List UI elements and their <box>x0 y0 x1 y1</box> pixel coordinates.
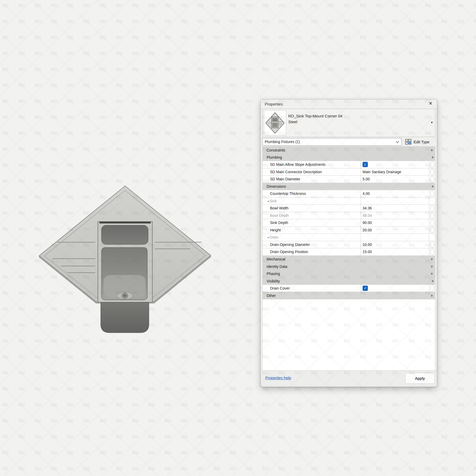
property-value-sink-depth[interactable]: 90.00 <box>361 219 429 226</box>
element-filter-combobox[interactable]: Plumbing Fixtures (1) <box>262 138 402 146</box>
section-label: Identity Data <box>263 264 287 269</box>
property-label: Bowl Width <box>263 206 361 210</box>
property-value-countertop-thickness[interactable]: 4.00 <box>361 190 429 197</box>
property-label: ▸Sink <box>263 199 361 203</box>
expand-section-icon[interactable]: » <box>430 295 434 297</box>
property-row-countertop-thickness: Countertop Thickness4.00 <box>263 190 435 198</box>
section-label: Constraints <box>263 148 285 152</box>
associate-parameter-button[interactable] <box>430 212 434 218</box>
close-icon[interactable]: ✕ <box>428 101 433 107</box>
associate-parameter-button[interactable] <box>430 220 434 226</box>
drain-opening <box>117 292 133 299</box>
section-label: Visibility <box>263 279 280 283</box>
property-label: Drain Cover <box>263 286 361 290</box>
checkbox-drain-cover[interactable]: ✓ <box>363 286 368 291</box>
property-value-sink <box>361 198 429 205</box>
property-label: ▸Drain <box>263 235 361 239</box>
group-marker-icon: ▸ <box>268 236 269 239</box>
section-header-other[interactable]: Other» <box>263 292 435 299</box>
property-label: Countertop Thickness <box>263 191 361 196</box>
property-label: SD Main Connector Description <box>263 170 361 174</box>
property-label: Height <box>263 228 361 232</box>
group-row-sink: ▸Sink <box>263 198 435 205</box>
type-name: RD_Sink Top-Mount Corner 04 Steel <box>288 113 342 125</box>
type-variant-name: Steel <box>288 119 342 125</box>
gutter-cell <box>429 176 435 183</box>
associate-parameter-button[interactable] <box>430 176 434 182</box>
associate-parameter-button[interactable] <box>430 249 434 255</box>
collapse-section-icon[interactable]: » <box>430 280 434 282</box>
section-header-mechanical[interactable]: Mechanical» <box>263 256 435 263</box>
panel-titlebar[interactable]: Properties ✕ <box>261 99 437 109</box>
type-thumbnail <box>264 110 286 135</box>
gutter-cell <box>429 198 435 205</box>
property-row-drain-opening-diameter: Drain Opening Diameter10.00 <box>263 241 435 249</box>
associate-parameter-button[interactable] <box>430 241 434 248</box>
section-header-identity-data[interactable]: Identity Data» <box>263 263 435 270</box>
section-header-phasing[interactable]: Phasing» <box>263 270 435 278</box>
gutter-cell <box>429 190 435 197</box>
type-dropdown-arrow-icon[interactable]: ▾ <box>431 121 433 124</box>
property-row-sd-main-connector-description: SD Main Connector DescriptionMain Sanita… <box>263 168 435 176</box>
property-row-bowl-width: Bowl Width34.36 <box>263 205 435 212</box>
associate-parameter-button[interactable] <box>430 227 434 233</box>
property-row-sink-depth: Sink Depth90.00 <box>263 219 435 227</box>
properties-grid: Constraints»Plumbing»SD Main Allow Slope… <box>262 146 435 370</box>
property-row-drain-cover: Drain Cover✓ <box>263 285 435 292</box>
combobox-chevron-icon <box>396 140 399 144</box>
sink-3d-view[interactable] <box>32 182 217 338</box>
property-row-drain-opening-position: Drain Opening Position15.00 <box>263 248 435 256</box>
expand-section-icon[interactable]: » <box>430 273 434 275</box>
property-value-sd-main-allow-slope-adjustments[interactable]: ✓ <box>361 161 429 168</box>
property-value-drain-cover[interactable]: ✓ <box>361 285 429 292</box>
section-header-constraints[interactable]: Constraints» <box>263 147 435 154</box>
gutter-cell <box>429 248 435 255</box>
property-value-drain <box>361 234 429 241</box>
expand-section-icon[interactable]: » <box>430 149 434 151</box>
type-thumbnail-sink-icon <box>264 111 286 135</box>
gutter-cell <box>429 219 435 226</box>
section-label: Dimensions <box>263 184 286 189</box>
apply-button[interactable]: Apply <box>405 373 435 384</box>
property-label: Drain Opening Position <box>263 250 361 254</box>
properties-panel: Properties ✕ RD_Sink Top-Mount Corner 04 <box>260 99 437 387</box>
property-value-drain-opening-position[interactable]: 15.00 <box>361 248 429 255</box>
group-row-drain: ▸Drain <box>263 234 435 241</box>
property-row-sd-main-allow-slope-adjustments: SD Main Allow Slope Adjustments✓ <box>263 161 435 168</box>
section-label: Other <box>263 294 276 298</box>
panel-title: Properties <box>265 102 283 106</box>
edit-type-label: Edit Type <box>414 140 429 144</box>
property-row-sd-main-diameter: SD Main Diameter5.00 <box>263 176 435 183</box>
section-header-dimensions[interactable]: Dimensions» <box>263 183 435 190</box>
property-value-bowl-width[interactable]: 34.36 <box>361 205 429 212</box>
associate-parameter-button[interactable] <box>430 191 434 197</box>
edit-type-button[interactable]: Edit Type <box>405 139 429 145</box>
gutter-cell <box>429 227 435 234</box>
edit-type-icon <box>405 139 412 145</box>
gutter-cell <box>429 161 435 168</box>
property-row-bowl-depth: Bowl Depth46.04 <box>263 212 435 219</box>
associate-parameter-button[interactable] <box>430 285 434 291</box>
property-value-sd-main-connector-description[interactable]: Main Sanitary Drainage <box>361 168 429 176</box>
checkbox-sd-main-allow-slope-adjustments[interactable]: ✓ <box>363 162 368 167</box>
section-header-plumbing[interactable]: Plumbing» <box>263 154 435 161</box>
associate-parameter-button[interactable] <box>430 205 434 211</box>
section-label: Phasing <box>263 272 280 276</box>
property-value-sd-main-diameter[interactable]: 5.00 <box>361 176 429 183</box>
filter-selected-value: Plumbing Fixtures (1) <box>265 140 300 144</box>
associate-parameter-button[interactable] <box>430 162 434 168</box>
gutter-cell <box>429 168 435 176</box>
gutter-cell <box>429 285 435 292</box>
expand-section-icon[interactable]: » <box>430 266 434 268</box>
expand-section-icon[interactable]: » <box>430 258 434 260</box>
property-value-drain-opening-diameter[interactable]: 10.00 <box>361 241 429 248</box>
section-header-visibility[interactable]: Visibility» <box>263 277 435 285</box>
collapse-section-icon[interactable]: » <box>430 185 434 187</box>
property-value-height[interactable]: 20.00 <box>361 227 429 234</box>
properties-help-link[interactable]: Properties help <box>265 376 291 380</box>
collapse-section-icon[interactable]: » <box>430 156 434 158</box>
type-selector[interactable]: RD_Sink Top-Mount Corner 04 Steel ▾ <box>262 109 435 137</box>
property-label: SD Main Diameter <box>263 177 361 181</box>
section-label: Mechanical <box>263 257 285 261</box>
associate-parameter-button[interactable] <box>430 169 434 175</box>
